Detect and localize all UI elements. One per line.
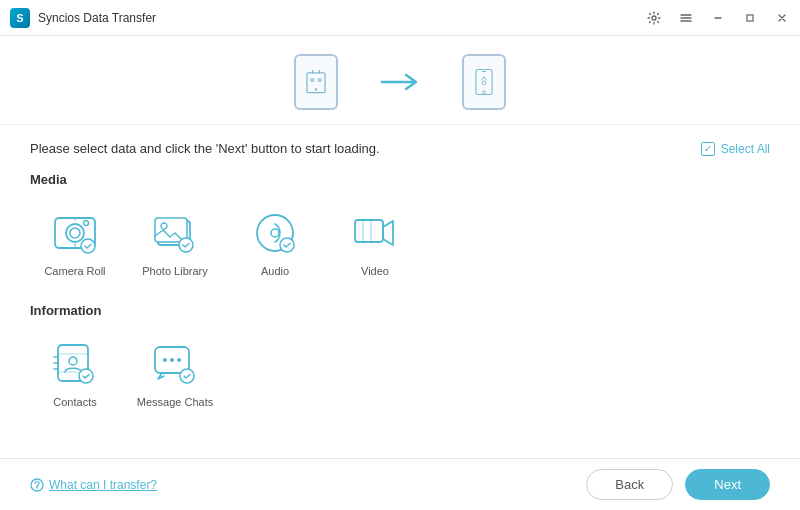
svg-rect-5	[310, 78, 314, 82]
audio-icon	[249, 207, 301, 259]
target-device	[462, 54, 506, 110]
audio-label: Audio	[261, 265, 289, 277]
svg-rect-1	[747, 15, 753, 21]
svg-point-22	[271, 229, 279, 237]
svg-point-14	[70, 228, 80, 238]
main-content: Please select data and click the 'Next' …	[0, 36, 800, 510]
help-link[interactable]: What can I transfer?	[30, 478, 157, 492]
camera-roll-icon	[49, 207, 101, 259]
video-label: Video	[361, 265, 389, 277]
instruction-text: Please select data and click the 'Next' …	[30, 141, 380, 156]
contacts-item[interactable]: Contacts	[30, 330, 120, 416]
svg-rect-6	[318, 78, 322, 82]
svg-point-34	[79, 369, 93, 383]
photo-library-item[interactable]: Photo Library	[130, 199, 220, 285]
select-all-container[interactable]: ✓ Select All	[701, 142, 770, 156]
information-icon-grid: Contacts	[30, 330, 770, 416]
video-icon	[349, 207, 401, 259]
svg-point-0	[652, 16, 656, 20]
svg-point-16	[81, 239, 95, 253]
message-chats-icon	[149, 338, 201, 390]
svg-point-37	[170, 358, 174, 362]
title-bar-left: S Syncios Data Transfer	[10, 8, 156, 28]
device-header	[0, 36, 800, 125]
help-link-text[interactable]: What can I transfer?	[49, 478, 157, 492]
svg-point-30	[69, 357, 77, 365]
svg-point-39	[180, 369, 194, 383]
menu-icon[interactable]	[676, 8, 696, 28]
app-icon: S	[10, 8, 30, 28]
footer-buttons: Back Next	[586, 469, 770, 500]
content-area: Please select data and click the 'Next' …	[0, 125, 800, 458]
svg-point-11	[482, 81, 486, 85]
camera-roll-item[interactable]: Camera Roll	[30, 199, 120, 285]
select-all-checkbox[interactable]: ✓	[701, 142, 715, 156]
media-category-title: Media	[30, 172, 770, 187]
back-button[interactable]: Back	[586, 469, 673, 500]
contacts-icon	[49, 338, 101, 390]
svg-point-40	[31, 479, 43, 491]
minimize-icon[interactable]	[708, 8, 728, 28]
video-item[interactable]: Video	[330, 199, 420, 285]
svg-rect-24	[355, 220, 383, 242]
message-chats-label: Message Chats	[137, 396, 213, 408]
ios-device-icon	[462, 54, 506, 110]
audio-item[interactable]: Audio	[230, 199, 320, 285]
next-button[interactable]: Next	[685, 469, 770, 500]
svg-point-3	[312, 70, 314, 72]
maximize-icon[interactable]	[740, 8, 760, 28]
svg-point-36	[163, 358, 167, 362]
message-chats-item[interactable]: Message Chats	[130, 330, 220, 416]
select-all-label[interactable]: Select All	[721, 142, 770, 156]
svg-point-23	[280, 238, 294, 252]
title-bar: S Syncios Data Transfer	[0, 0, 800, 36]
svg-point-7	[315, 88, 317, 90]
information-category: Information	[30, 303, 770, 416]
contacts-label: Contacts	[53, 396, 96, 408]
svg-point-4	[318, 70, 320, 72]
close-icon[interactable]	[772, 8, 792, 28]
transfer-arrow	[378, 70, 422, 94]
information-category-title: Information	[30, 303, 770, 318]
svg-point-15	[84, 221, 89, 226]
media-icon-grid: Camera Roll Photo Librar	[30, 199, 770, 285]
settings-icon[interactable]	[644, 8, 664, 28]
instruction-row: Please select data and click the 'Next' …	[30, 141, 770, 156]
media-category: Media Camer	[30, 172, 770, 285]
svg-point-20	[179, 238, 193, 252]
camera-roll-label: Camera Roll	[44, 265, 105, 277]
app-title: Syncios Data Transfer	[38, 11, 156, 25]
android-device-icon	[294, 54, 338, 110]
title-bar-controls	[644, 8, 792, 28]
photo-library-label: Photo Library	[142, 265, 207, 277]
svg-rect-9	[482, 71, 486, 72]
svg-point-38	[177, 358, 181, 362]
svg-point-13	[66, 224, 84, 242]
footer: What can I transfer? Back Next	[0, 458, 800, 510]
photo-library-icon	[149, 207, 201, 259]
source-device	[294, 54, 338, 110]
svg-point-10	[483, 91, 486, 94]
